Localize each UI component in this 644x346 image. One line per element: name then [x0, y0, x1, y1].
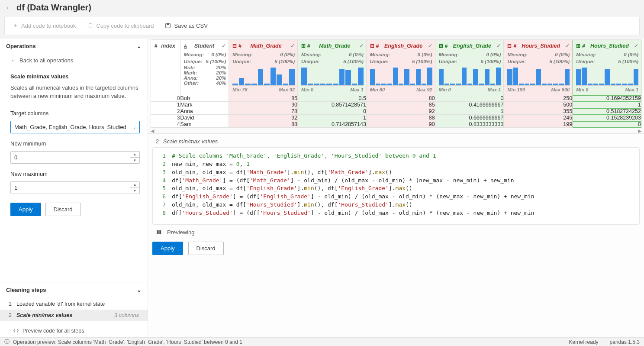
histogram: [301, 66, 364, 86]
cell[interactable]: 78: [229, 108, 298, 115]
cell[interactable]: 500: [504, 102, 573, 108]
cell[interactable]: 0.1694352159: [573, 95, 641, 102]
column-header[interactable]: ⊞#English_Grade✓Missing:0 (0%)Unique:5 (…: [435, 40, 504, 95]
svg-rect-3: [167, 23, 169, 25]
cleaning-step[interactable]: 1Loaded variable 'df' from kernel state: [0, 298, 148, 310]
column-name: English_Grade: [381, 43, 426, 49]
cleaning-steps-header[interactable]: Cleaning steps ⌄: [0, 282, 148, 297]
cell[interactable]: 1: [435, 108, 504, 115]
cell[interactable]: 0.7142857143: [298, 121, 367, 128]
cell[interactable]: 85: [229, 95, 298, 102]
step-down-icon[interactable]: ▼: [130, 188, 139, 194]
save-csv-button[interactable]: Save as CSV: [161, 20, 212, 32]
cell[interactable]: 0.8571428571: [298, 102, 367, 108]
cell[interactable]: 90: [366, 121, 435, 128]
cell[interactable]: 1: [151, 102, 180, 108]
column-header[interactable]: ⊟#English_Grade✓Missing:0 (0%)Unique:5 (…: [366, 40, 435, 95]
table-row[interactable]: 1Mark900.8571428571850.41666666675001: [151, 102, 641, 108]
copy-code-button[interactable]: Copy code to clipboard: [83, 20, 158, 32]
column-header[interactable]: A̲ͅStudent✓Missing:0 (0%)Unique:5 (100%)…: [180, 40, 229, 95]
cell[interactable]: Sam: [180, 121, 229, 128]
cell[interactable]: 0.4166666667: [435, 102, 504, 108]
column-header[interactable]: #index: [151, 40, 180, 95]
cell[interactable]: 3: [151, 115, 180, 121]
new-minimum-value[interactable]: [11, 152, 130, 163]
new-maximum-input[interactable]: ▲▼: [10, 181, 140, 194]
svg-rect-5: [158, 230, 160, 234]
cell[interactable]: 0.5: [298, 95, 367, 102]
cell[interactable]: 80: [366, 95, 435, 102]
cell[interactable]: Bob: [180, 95, 229, 102]
cell[interactable]: 2: [151, 108, 180, 115]
step-up-icon[interactable]: ▲: [130, 182, 139, 188]
scroll-right-icon[interactable]: ▶: [638, 128, 641, 134]
cell[interactable]: 245: [504, 115, 573, 121]
state-icon: ⊞: [576, 43, 580, 49]
check-icon: ✓: [428, 43, 432, 49]
step-up-icon[interactable]: ▲: [130, 152, 139, 158]
scroll-left-icon[interactable]: ◀: [151, 128, 154, 134]
back-arrow-icon[interactable]: ←: [5, 4, 12, 12]
check-icon: ✓: [290, 43, 295, 49]
cell[interactable]: 0: [298, 108, 367, 115]
preview-code-link[interactable]: Preview code for all steps: [0, 323, 148, 337]
table-row[interactable]: 2Anna7809213550.5182724252: [151, 108, 641, 115]
code-discard-button[interactable]: Discard: [188, 242, 224, 255]
cell[interactable]: 92: [366, 108, 435, 115]
back-to-operations-link[interactable]: ← Back to all operations: [10, 55, 140, 67]
cleaning-step[interactable]: 2Scale min/max values3 columns: [0, 310, 148, 321]
column-name: Math_Grade: [312, 43, 357, 49]
cell[interactable]: 88: [366, 115, 435, 121]
new-maximum-value[interactable]: [11, 182, 130, 194]
discard-button[interactable]: Discard: [45, 203, 81, 216]
cell[interactable]: 92: [229, 115, 298, 121]
operations-panel-header[interactable]: Operations ⌄: [0, 39, 148, 54]
column-header[interactable]: ⊞#Hours_Studied✓Missing:0 (0%)Unique:5 (…: [573, 40, 641, 95]
cell[interactable]: 1: [298, 115, 367, 121]
column-header[interactable]: ⊟#Math_Grade✓Missing:0 (0%)Unique:5 (100…: [229, 40, 298, 95]
cell[interactable]: 90: [229, 102, 298, 108]
cell[interactable]: 0.5182724252: [573, 108, 641, 115]
add-code-button[interactable]: ＋ Add code to notebook: [8, 19, 80, 32]
cell[interactable]: 0.8333333333: [435, 121, 504, 128]
chevron-down-icon: ⌄: [137, 287, 142, 293]
operation-description: Scales all numerical values in the targe…: [10, 84, 140, 100]
cell[interactable]: David: [180, 115, 229, 121]
state-icon: ⊟: [232, 43, 237, 49]
cell[interactable]: 88: [229, 121, 298, 128]
table-row[interactable]: 3David921880.66666666672450.1528239203: [151, 115, 641, 121]
cell[interactable]: Anna: [180, 108, 229, 115]
cell[interactable]: 0.1528239203: [573, 115, 641, 121]
cell[interactable]: 4: [151, 121, 180, 128]
back-link-label: Back to all operations: [19, 57, 73, 64]
step-label: Loaded variable 'df' from kernel state: [16, 301, 105, 307]
cell[interactable]: 250: [504, 95, 573, 102]
cell[interactable]: 199: [504, 121, 573, 128]
step-down-icon[interactable]: ▼: [130, 158, 139, 163]
cell[interactable]: 0: [435, 95, 504, 102]
table-row[interactable]: 0Bob850.58002500.1694352159: [151, 95, 641, 102]
cell[interactable]: 0: [573, 121, 641, 128]
cell[interactable]: 85: [366, 102, 435, 108]
column-header[interactable]: ⊟#Hours_Studied✓Missing:0 (0%)Unique:5 (…: [504, 40, 573, 95]
target-columns-select[interactable]: Math_Grade, English_Grade, Hours_Studied…: [10, 121, 140, 133]
table-row[interactable]: 4Sam880.7142857143900.83333333331990: [151, 121, 641, 128]
cell[interactable]: Mark: [180, 102, 229, 108]
plus-icon: ＋: [13, 22, 18, 29]
column-header[interactable]: ⊞#Math_Grade✓Missing:0 (0%)Unique:5 (100…: [298, 40, 367, 95]
column-name: Hours_Studied: [587, 43, 632, 49]
horizontal-scrollbar[interactable]: ◀ ▶: [148, 128, 644, 134]
previewing-icon: [156, 229, 162, 235]
cell[interactable]: 0.6666666667: [435, 115, 504, 121]
code-apply-button[interactable]: Apply: [152, 242, 183, 255]
check-icon: ✓: [634, 43, 638, 49]
status-message: Operation preview: Scale columns 'Math_G…: [13, 339, 242, 345]
cell[interactable]: 0: [151, 95, 180, 102]
cell[interactable]: 355: [504, 108, 573, 115]
new-minimum-input[interactable]: ▲▼: [10, 151, 140, 164]
apply-button[interactable]: Apply: [10, 203, 41, 216]
check-icon: ✓: [359, 43, 364, 49]
hash-icon: #: [513, 43, 516, 49]
chevron-down-icon: ⌄: [133, 125, 136, 129]
cell[interactable]: 1: [573, 102, 641, 108]
